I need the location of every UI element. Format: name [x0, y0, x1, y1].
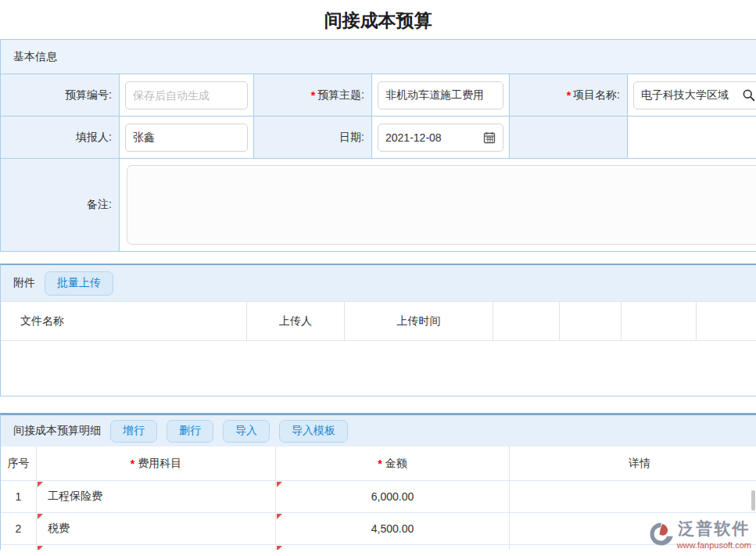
date-cell: 2021-12-08: [372, 117, 510, 159]
seq-cell: 2: [1, 513, 37, 544]
detail-cell: [510, 545, 756, 550]
basic-info-title: 基本信息: [13, 50, 57, 64]
attachments-table-header: 文件名称 上传人 上传时间: [1, 302, 756, 341]
budget-no-label-cell: 预算编号:: [1, 74, 120, 117]
amount-cell[interactable]: [276, 545, 510, 550]
budget-subject-cell: [372, 74, 510, 117]
budget-subject-label: 预算主题:: [317, 88, 364, 102]
detail-cell: [510, 481, 756, 512]
required-asterisk: *: [311, 89, 315, 102]
search-icon[interactable]: [742, 88, 755, 102]
amount-cell[interactable]: 4,500.00: [276, 513, 510, 544]
budget-subject-label-cell: * 预算主题:: [254, 74, 372, 117]
table-row-partial: [1, 545, 756, 550]
editable-corner-marker: [277, 482, 282, 487]
col-empty-2: [560, 302, 622, 341]
remark-cell: [120, 159, 756, 251]
col-detail: 详情: [510, 447, 756, 480]
remark-label: 备注:: [87, 198, 112, 212]
budget-no-cell: [120, 74, 254, 117]
editable-corner-marker: [277, 546, 282, 550]
basic-info-panel: 基本信息 预算编号: * 预算主题: * 项目名称: 电子科技大学区域: [0, 39, 756, 252]
col-upload-time: 上传时间: [345, 302, 493, 341]
attachments-panel: 附件 批量上传 文件名称 上传人 上传时间: [0, 264, 756, 396]
col-empty-1: [493, 302, 560, 341]
reporter-cell: [120, 117, 254, 159]
budget-subject-input[interactable]: [378, 81, 503, 109]
attachments-section-header: 附件 批量上传: [1, 265, 756, 302]
amount-cell[interactable]: 6,000.00: [276, 481, 510, 512]
col-empty-3: [622, 302, 697, 341]
project-name-input[interactable]: 电子科技大学区域: [633, 81, 756, 109]
col-file-name: 文件名称: [1, 302, 247, 341]
col-seq: 序号: [1, 447, 37, 480]
col-expense-subject: * 费用科目: [37, 447, 276, 480]
page-title: 间接成本预算: [0, 0, 756, 39]
budget-no-input[interactable]: [125, 81, 248, 109]
remark-textarea[interactable]: [127, 165, 756, 245]
required-asterisk: *: [378, 457, 382, 470]
project-name-label: 项目名称:: [573, 88, 620, 102]
attachments-empty-body: [1, 341, 756, 396]
expense-subject-cell[interactable]: [37, 545, 276, 550]
add-row-button[interactable]: 增行: [110, 420, 157, 443]
reporter-label-cell: 填报人:: [1, 117, 120, 159]
editable-corner-marker: [38, 546, 43, 550]
editable-corner-marker: [38, 514, 43, 519]
project-name-cell: 电子科技大学区域: [628, 74, 756, 117]
reporter-label: 填报人:: [76, 131, 112, 145]
project-name-label-cell: * 项目名称:: [510, 74, 628, 117]
required-asterisk: *: [567, 89, 571, 102]
remark-label-cell: 备注:: [1, 159, 120, 251]
detail-cell: [510, 513, 756, 544]
date-label: 日期:: [339, 131, 364, 145]
basic-info-form: 预算编号: * 预算主题: * 项目名称: 电子科技大学区域: [1, 74, 756, 251]
expense-subject-cell[interactable]: 税费: [37, 513, 276, 544]
batch-upload-button[interactable]: 批量上传: [45, 271, 113, 296]
expense-subject-cell[interactable]: 工程保险费: [37, 481, 276, 512]
import-button[interactable]: 导入: [223, 420, 270, 443]
scrollbar-thumb[interactable]: [751, 490, 755, 511]
seq-cell: 1: [1, 481, 37, 512]
date-value: 2021-12-08: [385, 131, 442, 144]
details-table-header: 序号 * 费用科目 * 金额 详情: [1, 447, 756, 481]
seq-cell: [1, 545, 37, 550]
editable-corner-marker: [38, 482, 43, 487]
basic-info-section-header: 基本信息: [1, 40, 756, 74]
budget-no-label: 预算编号:: [65, 88, 112, 102]
required-asterisk: *: [131, 457, 134, 470]
details-section-header: 间接成本预算明细 增行 删行 导入 导入模板: [1, 415, 756, 447]
col-uploader: 上传人: [247, 302, 345, 341]
date-label-cell: 日期:: [254, 117, 372, 159]
empty-label-cell: [510, 117, 628, 159]
editable-corner-marker: [277, 514, 282, 519]
date-input[interactable]: 2021-12-08: [378, 124, 503, 152]
import-template-button[interactable]: 导入模板: [279, 420, 348, 443]
reporter-input[interactable]: [125, 124, 248, 152]
project-name-value: 电子科技大学区域: [641, 88, 729, 102]
table-row: 2 税费 4,500.00: [1, 513, 756, 545]
empty-input-cell: [628, 117, 756, 159]
attachments-title: 附件: [13, 276, 35, 290]
col-empty-4: [697, 302, 756, 341]
delete-row-button[interactable]: 删行: [167, 420, 213, 443]
details-title: 间接成本预算明细: [13, 424, 101, 438]
calendar-icon[interactable]: [483, 131, 496, 144]
col-amount: * 金额: [276, 447, 510, 480]
details-panel: 间接成本预算明细 增行 删行 导入 导入模板 序号 * 费用科目 * 金额 详情…: [0, 413, 756, 550]
table-row: 1 工程保险费 6,000.00: [1, 481, 756, 513]
